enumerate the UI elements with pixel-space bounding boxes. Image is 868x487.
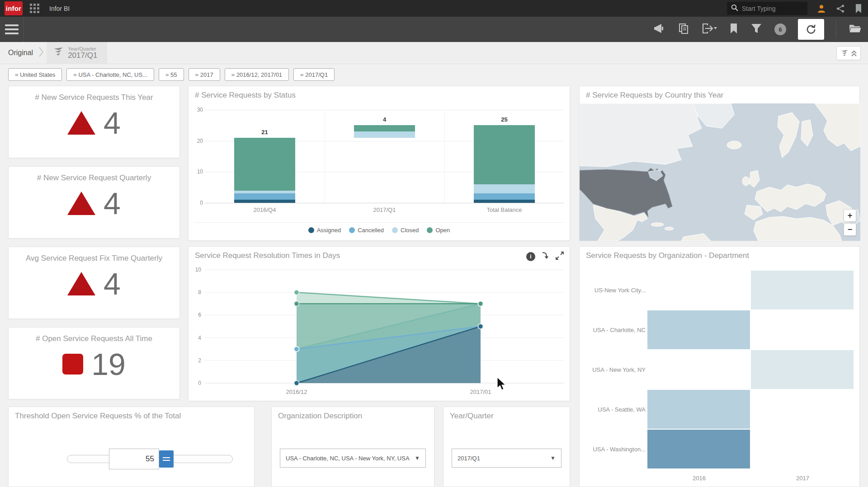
kpi-card: # New Service Requests This Year4 [8,86,180,158]
heatmap-cell[interactable] [751,390,854,429]
bar-total-label: 4 [354,116,415,123]
bookmark-icon[interactable] [854,4,863,14]
status-chart-plot: 0102030212016/Q442017/Q125Total Balance [205,110,564,203]
heatmap-cell[interactable] [647,310,750,349]
y-axis-tick: 0 [198,380,201,386]
share-icon[interactable] [835,4,845,14]
year-quarter-dropdown[interactable]: 2017/Q1 ▼ [452,449,561,468]
bar-segment-open[interactable] [474,125,535,184]
bookmark-toolbar-icon[interactable] [729,23,738,36]
threshold-slider: 55 [67,449,233,469]
widget-year-quarter: Year/Quarter 2017/Q1 ▼ [443,407,570,487]
data-point [294,301,299,306]
bar-segment-closed[interactable] [354,131,415,138]
bar-segment-closed[interactable] [234,191,295,194]
legend-label: Assigned [317,227,341,234]
legend-item: Open [427,227,450,234]
filter-chip[interactable]: = 2017/Q1 [293,68,335,81]
bar-segment-cancelled[interactable] [474,193,535,200]
announce-icon[interactable] [653,23,666,36]
area-chart[interactable]: 02468102016/122017/01 [189,247,571,402]
heatmap-cell[interactable] [751,271,854,309]
bar-segment-assigned[interactable] [234,200,295,203]
heatmap-row-label: US-New York City... [582,287,646,294]
menu-icon[interactable] [0,17,24,42]
x-axis-label: Total Balance [468,206,541,213]
heatmap-cell[interactable] [647,430,750,468]
user-icon[interactable] [816,4,826,14]
legend-label: Open [435,227,450,234]
filter-chip[interactable]: = 2017 [189,68,220,81]
heatmap-cell[interactable] [647,390,750,429]
export-icon[interactable] [701,23,717,36]
refresh-button[interactable] [798,19,824,40]
bar-total-label: 21 [234,129,295,136]
kpi-title: Avg Service Request Fix Time Quarterly [9,254,179,263]
map-hispaniola [665,227,674,230]
gridline [205,110,564,110]
heatmap-cell[interactable] [647,271,750,309]
legend-dot [427,227,433,233]
organization-dropdown[interactable]: USA - Charlotte, NC, USA - New York, NY,… [280,449,426,468]
breadcrumb-filter-tab[interactable]: Year/Quarter 2017/Q1 [47,42,106,64]
widget-threshold-slider: Threshold Open Service Requests % of the… [8,407,255,487]
heatmap-cell[interactable] [751,430,854,468]
kpi-value-row: 4 [9,188,179,219]
y-axis-tick: 10 [195,267,202,273]
heatmap-cell[interactable] [751,350,854,389]
slider-handle[interactable] [159,450,174,468]
breadcrumb-root[interactable]: Original [8,49,33,57]
filter-chip[interactable]: = 2016/12, 2017/01 [225,68,289,81]
map-zoom-out-button[interactable]: − [844,223,856,236]
data-point [478,324,483,329]
heatmap-cell[interactable] [751,310,854,349]
filter-icon[interactable] [750,23,763,36]
kpi-title: # Open Service Requests All Time [9,334,179,343]
search-icon [731,4,738,13]
gridline-vertical [444,110,445,203]
legend-item: Cancelled [349,227,384,234]
heatmap-cell[interactable] [647,350,750,389]
bar-segment-open[interactable] [234,138,295,191]
widget-title: # Service Requests by Country this Year [586,91,723,100]
y-axis-tick: 0 [190,200,203,206]
status-square-icon [62,354,83,375]
maximize-icon[interactable] [555,251,564,262]
kpi-card: # Open Service Requests All Time19 [8,327,180,399]
copy-pages-icon[interactable] [678,23,689,36]
y-axis-tick: 30 [190,107,203,113]
bar-segment-closed[interactable] [474,184,535,194]
year-quarter-dropdown-value: 2017/Q1 [458,455,547,462]
y-axis-tick: 20 [190,138,203,144]
collapse-filterbar-button[interactable] [836,46,861,60]
app-grid-icon[interactable] [30,4,39,13]
open-folder-icon[interactable] [848,23,862,36]
y-axis-tick: 10 [190,169,203,175]
kpi-value-row: 19 [9,349,179,379]
info-icon[interactable]: i [526,252,535,261]
widget-title: Service Requests by Organization - Depar… [586,251,749,260]
slider-value-input[interactable]: 55 [109,449,159,469]
map-iceland [727,141,741,149]
kpi-value: 4 [104,108,121,138]
filter-chip[interactable]: = 55 [159,68,184,81]
heatmap-col-label: 2017 [751,475,854,482]
triangle-up-icon [67,272,95,295]
heatmap-row-label: USA - Seattle, WA [582,406,646,413]
search-input[interactable]: Start Typing [727,2,807,15]
filter-chip[interactable]: = United States [8,68,62,81]
world-map[interactable] [580,103,860,241]
kpi-value-row: 4 [9,108,179,138]
drilldown-icon[interactable] [541,251,550,262]
y-axis-tick: 2 [198,357,201,364]
funnel-tab-icon [53,46,64,60]
widget-service-requests-by-status: # Service Requests by Status 01020302120… [188,86,570,241]
kpi-value-row: 4 [9,268,179,299]
map-cuba [651,223,664,226]
map-zoom-in-button[interactable]: + [844,209,856,222]
filter-chip[interactable]: = USA - Charlotte, NC, US... [66,68,154,81]
infor-logo[interactable]: infor [5,1,23,15]
bar-segment-assigned[interactable] [474,200,535,203]
bar-segment-open[interactable] [354,125,415,131]
bar-segment-cancelled[interactable] [234,193,295,200]
